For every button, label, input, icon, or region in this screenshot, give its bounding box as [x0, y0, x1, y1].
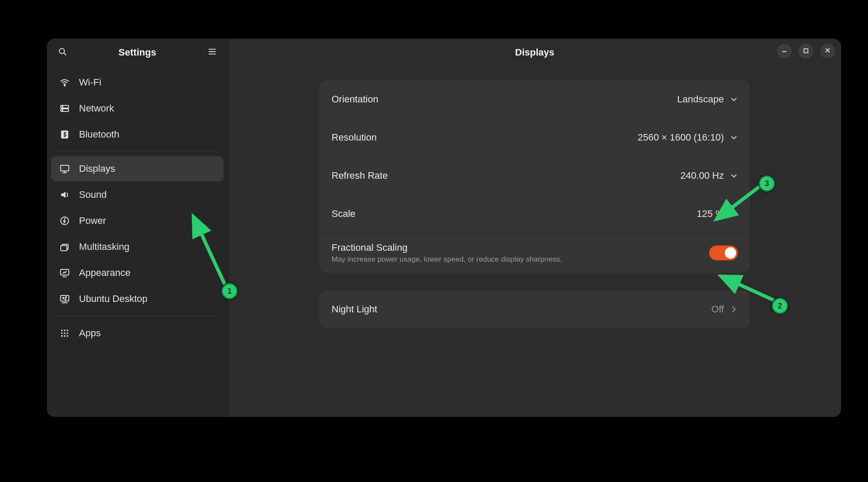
- annotation-arrow-1: [0, 0, 868, 482]
- svg-line-39: [716, 187, 760, 220]
- annotation-badge-1: 1: [221, 283, 238, 299]
- annotation-badge-3: 3: [759, 175, 775, 192]
- svg-line-37: [193, 216, 226, 286]
- svg-line-38: [720, 276, 774, 300]
- annotation-badge-2: 2: [772, 298, 788, 314]
